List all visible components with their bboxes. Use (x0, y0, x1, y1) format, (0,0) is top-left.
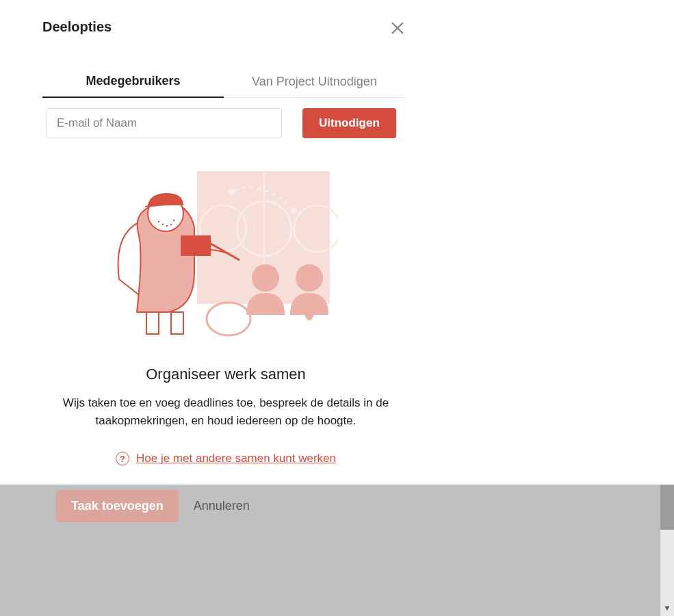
modal-title: Deelopties (42, 19, 112, 35)
empty-state-description: Wijs taken toe en voeg deadlines toe, be… (48, 394, 404, 429)
svg-point-16 (170, 224, 172, 225)
help-link[interactable]: Hoe je met andere samen kunt werken (136, 452, 336, 465)
collaboration-illustration (112, 170, 338, 337)
close-button[interactable] (390, 21, 405, 36)
tab-collaborators[interactable]: Medegebruikers (42, 67, 224, 98)
svg-point-10 (296, 264, 323, 292)
svg-point-7 (229, 188, 235, 195)
svg-point-11 (304, 296, 315, 320)
svg-point-9 (252, 264, 279, 292)
empty-state-title: Organiseer werk samen (42, 365, 409, 383)
svg-rect-18 (181, 235, 211, 256)
app-background: Taak toevoegen Annuleren ▼ Deelopties Me… (0, 0, 674, 616)
svg-point-8 (290, 207, 297, 214)
invite-row: Uitnodigen (47, 108, 396, 138)
help-icon: ? (116, 452, 129, 465)
scrollbar-thumb[interactable] (660, 485, 674, 530)
scrollbar-down-arrow[interactable]: ▼ (660, 601, 674, 615)
help-row: ? Hoe je met andere samen kunt werken (42, 452, 409, 465)
invite-input[interactable] (47, 108, 282, 138)
svg-point-20 (207, 303, 250, 335)
invite-button[interactable]: Uitnodigen (302, 108, 396, 138)
svg-point-13 (158, 221, 159, 222)
cancel-button[interactable]: Annuleren (194, 499, 250, 513)
tab-invite-from-project[interactable]: Van Project Uitnodigen (224, 67, 405, 97)
svg-point-15 (166, 225, 168, 227)
svg-point-17 (173, 220, 174, 221)
task-editor-actions: Taak toevoegen Annuleren (56, 490, 250, 522)
close-icon (390, 21, 405, 36)
add-task-button[interactable]: Taak toevoegen (56, 490, 179, 522)
share-options-modal: Deelopties Medegebruikers Van Project Ui… (0, 0, 452, 485)
tabs: Medegebruikers Van Project Uitnodigen (42, 67, 405, 98)
svg-point-14 (162, 224, 164, 225)
